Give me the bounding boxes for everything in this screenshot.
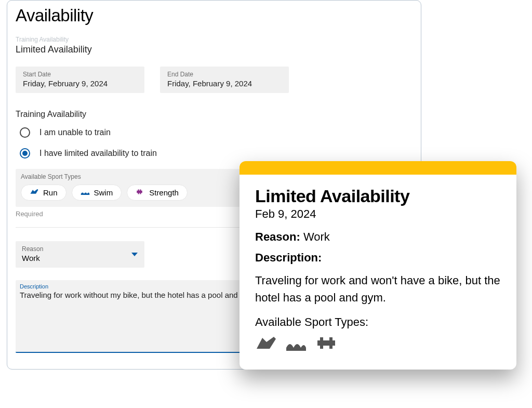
summary-description-label: Description:: [255, 251, 322, 264]
subheader-value: Limited Availability: [16, 44, 413, 55]
start-date-label: Start Date: [23, 71, 137, 78]
summary-sports-label: Available Sport Types:: [255, 315, 501, 329]
radio-unable-label: I am unable to train: [39, 128, 111, 137]
summary-card: Limited Availability Feb 9, 2024 Reason:…: [240, 161, 516, 370]
reason-value: Work: [22, 254, 138, 262]
chip-swim-label: Swim: [94, 188, 113, 197]
summary-accent-bar: [240, 161, 516, 175]
summary-body: Limited Availability Feb 9, 2024 Reason:…: [240, 175, 516, 370]
radio-group-label: Training Availability: [16, 110, 413, 119]
radio-limited-availability[interactable]: I have limited availability to train: [20, 148, 413, 159]
run-icon: [30, 188, 39, 197]
end-date-value: Friday, February 9, 2024: [167, 79, 282, 88]
run-icon: [255, 334, 277, 354]
summary-title: Limited Availability: [255, 186, 501, 206]
radio-limited-label: I have limited availability to train: [39, 149, 157, 158]
reason-select[interactable]: Reason Work: [16, 241, 144, 268]
start-date-value: Friday, February 9, 2024: [23, 79, 137, 88]
radio-icon: [20, 148, 30, 159]
chip-swim[interactable]: Swim: [72, 185, 122, 201]
chip-run[interactable]: Run: [21, 185, 66, 201]
start-date-field[interactable]: Start Date Friday, February 9, 2024: [16, 67, 144, 93]
summary-reason-label: Reason:: [255, 230, 300, 243]
end-date-field[interactable]: End Date Friday, February 9, 2024: [160, 67, 289, 93]
swim-icon: [285, 334, 307, 354]
swim-icon: [81, 188, 90, 197]
radio-unable-to-train[interactable]: I am unable to train: [20, 127, 413, 138]
page-title: Availability: [16, 6, 413, 25]
chevron-down-icon: [131, 250, 138, 259]
subheader-label: Training Availability: [16, 36, 413, 43]
reason-label: Reason: [22, 245, 138, 253]
summary-description-label-line: Description:: [255, 251, 501, 265]
summary-reason-value: Work: [303, 230, 330, 243]
radio-icon: [20, 127, 30, 138]
chip-strength[interactable]: Strength: [127, 185, 188, 201]
end-date-label: End Date: [167, 71, 282, 78]
chip-strength-label: Strength: [149, 188, 179, 197]
summary-reason-line: Reason: Work: [255, 230, 501, 244]
strength-icon: [136, 188, 145, 197]
summary-sport-icons: [255, 334, 501, 354]
chip-run-label: Run: [43, 188, 58, 197]
summary-description-text: Traveling for work and won't have a bike…: [255, 272, 501, 306]
date-row: Start Date Friday, February 9, 2024 End …: [16, 67, 413, 93]
strength-icon: [315, 334, 337, 354]
summary-date: Feb 9, 2024: [255, 207, 501, 221]
